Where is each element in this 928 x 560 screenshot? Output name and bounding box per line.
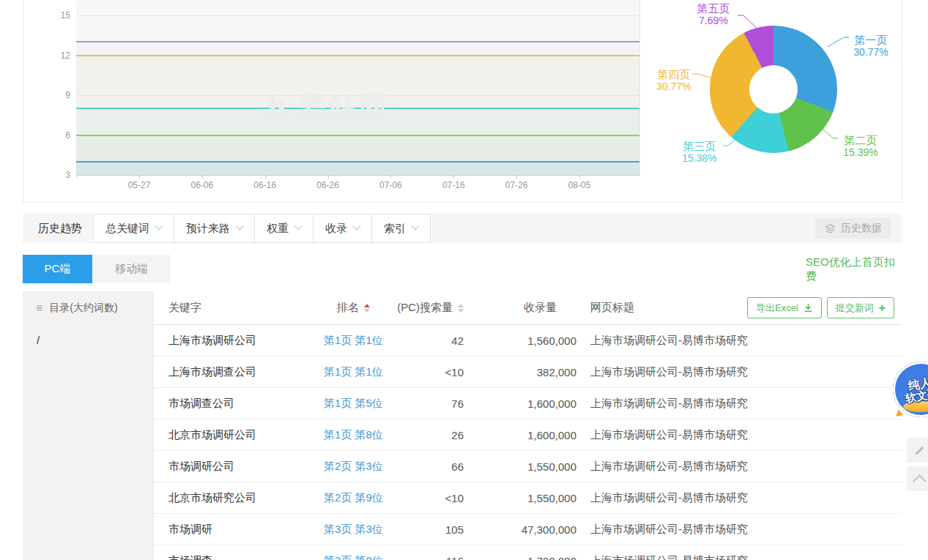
chevron-down-icon xyxy=(294,222,302,230)
x-tick-mark xyxy=(328,176,329,179)
blue-line xyxy=(76,161,639,163)
tab-mobile[interactable]: 移动端 xyxy=(92,255,171,283)
search-volume-cell: <10 xyxy=(366,482,464,513)
header-included: 收录量 xyxy=(461,291,557,324)
table-body: 上海市场调研公司 第1页 第1位 42 1,560,000 上海市场调研公司-易… xyxy=(154,325,902,560)
table-row: 市场调研 第3页 第3位 105 47,300,000 上海市场调研公司-易博市… xyxy=(154,514,902,545)
included-count-cell: 47,300,000 xyxy=(461,514,576,545)
pie-label-page3: 第三页 15.38% xyxy=(677,140,722,165)
green-line xyxy=(76,135,639,136)
included-count-cell: 1,700,000 xyxy=(461,545,576,560)
included-count-cell: 382,000 xyxy=(461,356,576,387)
table-row: 北京市场调研公司 第1页 第8位 26 1,600,000 上海市场调研公司-易… xyxy=(154,419,902,451)
table-row: 上海市场调研公司 第1页 第1位 42 1,560,000 上海市场调研公司-易… xyxy=(154,325,902,356)
layers-icon xyxy=(825,223,836,234)
page-title-cell: 上海市场调研公司-易博市场研究 xyxy=(590,325,748,356)
header-page-title: 网页标题 xyxy=(590,291,634,324)
keyword-cell: 北京市场调研公司 xyxy=(168,419,256,450)
y-tick-label: 9 xyxy=(34,90,70,100)
filter-dropdown-2[interactable]: 权重 xyxy=(254,214,313,243)
sidebar-item-root[interactable]: / xyxy=(23,324,153,356)
history-data-label: 历史数据 xyxy=(841,222,882,235)
filter-dropdown-4[interactable]: 索引 xyxy=(371,214,431,243)
history-data-button[interactable]: 历史数据 xyxy=(815,218,891,239)
x-tick-label: 06-06 xyxy=(171,180,234,190)
search-volume-cell: 26 xyxy=(366,419,464,450)
pie-label-page5: 第五页 7.69% xyxy=(691,2,736,27)
download-icon xyxy=(803,303,813,313)
seo-promo-link[interactable]: SEO优化上首页扣费 xyxy=(806,255,902,283)
chevron-down-icon xyxy=(235,222,243,230)
y-tick-label: 3 xyxy=(34,170,70,180)
keyword-cell: 市场调研公司 xyxy=(168,451,234,482)
page-title-cell: 上海市场调研公司-易博市场研究 xyxy=(590,545,748,560)
x-tick-label: 07-16 xyxy=(422,180,485,190)
x-axis-line xyxy=(76,175,640,176)
directory-header-label: 目录(大约词数) xyxy=(49,302,117,315)
filter-dropdown-3[interactable]: 收录 xyxy=(313,214,372,243)
tab-pc[interactable]: PC端 xyxy=(23,255,92,283)
table-row: 北京市场研究公司 第2页 第9位 <10 1,550,000 上海市场调研公司-… xyxy=(154,482,902,514)
table-row: 市场调研公司 第2页 第3位 66 1,550,000 上海市场调研公司-易博市… xyxy=(154,451,902,482)
list-icon: ≡ xyxy=(36,302,42,315)
export-excel-button[interactable]: 导出Excel xyxy=(747,297,822,318)
included-count-cell: 1,560,000 xyxy=(461,325,576,356)
feedback-pencil-button[interactable] xyxy=(907,438,928,463)
x-tick-mark xyxy=(202,176,203,179)
x-tick-mark xyxy=(139,176,140,179)
page-title-cell: 上海市场调研公司-易博市场研究 xyxy=(590,388,748,419)
included-count-cell: 1,550,000 xyxy=(461,451,576,482)
keyword-cell: 上海市场调查公司 xyxy=(168,356,256,387)
submit-new-word-button[interactable]: 提交新词 + xyxy=(827,297,894,318)
plus-icon: + xyxy=(879,302,886,314)
x-tick-mark xyxy=(453,176,454,179)
search-volume-cell: 76 xyxy=(366,388,464,419)
x-tick-label: 06-16 xyxy=(234,180,297,190)
search-volume-cell: 105 xyxy=(366,514,464,545)
included-count-cell: 1,550,000 xyxy=(461,482,576,513)
aizhan-logo-icon xyxy=(261,92,293,124)
x-tick-mark xyxy=(516,176,517,179)
chevron-down-icon xyxy=(155,222,163,230)
page-title-cell: 上海市场调研公司-易博市场研究 xyxy=(590,451,748,482)
blue-line-area xyxy=(76,163,639,175)
filter-dropdown-0[interactable]: 总关键词 xyxy=(93,214,174,243)
page-title-cell: 上海市场调研公司-易博市场研究 xyxy=(590,482,748,513)
yellow-line xyxy=(76,55,639,56)
directory-sidebar: ≡ 目录(大约词数) / xyxy=(23,291,154,560)
y-tick-label: 6 xyxy=(34,130,70,141)
included-count-cell: 1,600,000 xyxy=(461,388,576,419)
keyword-cell: 上海市场调研公司 xyxy=(168,325,256,356)
search-volume-cell: 66 xyxy=(366,451,464,482)
table-row: 市场调查 第3页 第8位 116 1,700,000 上海市场调研公司-易博市场… xyxy=(154,545,902,560)
search-volume-cell: 116 xyxy=(366,545,464,560)
purple-line xyxy=(76,41,639,42)
included-count-cell: 1,600,000 xyxy=(461,419,576,450)
aizhan-watermark: 爱站网 xyxy=(261,89,389,127)
x-tick-label: 05-27 xyxy=(108,180,171,190)
table-row: 市场调查公司 第1页 第5位 76 1,600,000 上海市场调研公司-易博市… xyxy=(154,388,902,419)
chevron-down-icon xyxy=(411,222,419,230)
x-tick-mark xyxy=(265,176,266,179)
donut-hole xyxy=(749,65,798,113)
pie-label-page1: 第一页 30.77% xyxy=(848,34,894,59)
y-tick-label: 12 xyxy=(34,51,70,61)
page-title-cell: 上海市场调研公司-易博市场研究 xyxy=(590,356,748,387)
header-search-volume: (PC)搜索量 xyxy=(366,291,464,324)
y-tick-label: 15 xyxy=(34,10,70,20)
filter-dropdown-1[interactable]: 预计来路 xyxy=(174,214,255,243)
gridline xyxy=(76,15,639,16)
x-tick-mark xyxy=(390,176,391,179)
page-title-cell: 上海市场调研公司-易博市场研究 xyxy=(590,514,748,545)
trend-chart-panel: 1512963 05-2706-0606-1606-2607-0607-1607… xyxy=(23,0,902,203)
x-tick-label: 06-26 xyxy=(297,180,360,190)
x-tick-label: 08-05 xyxy=(548,180,611,190)
search-volume-cell: 42 xyxy=(366,325,464,356)
chevron-up-icon xyxy=(913,474,926,488)
x-tick-label: 07-26 xyxy=(485,180,548,190)
x-tick-mark xyxy=(76,176,77,179)
seo-dashboard-page: 1512963 05-2706-0606-1606-2607-0607-1607… xyxy=(0,0,928,560)
chevron-down-icon xyxy=(352,222,360,230)
back-to-top-button[interactable] xyxy=(907,466,928,491)
header-keyword: 关键字 xyxy=(168,291,201,324)
